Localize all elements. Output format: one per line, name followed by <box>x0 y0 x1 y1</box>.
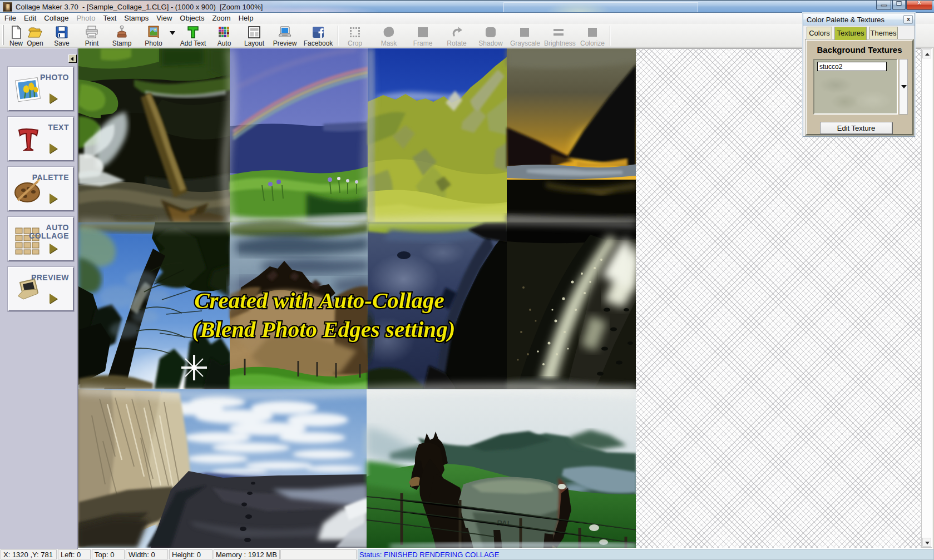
svg-text:Created with Auto-Collage: Created with Auto-Collage <box>194 288 444 313</box>
svg-text:(Blend Photo Edges setting): (Blend Photo Edges setting) <box>192 316 456 342</box>
